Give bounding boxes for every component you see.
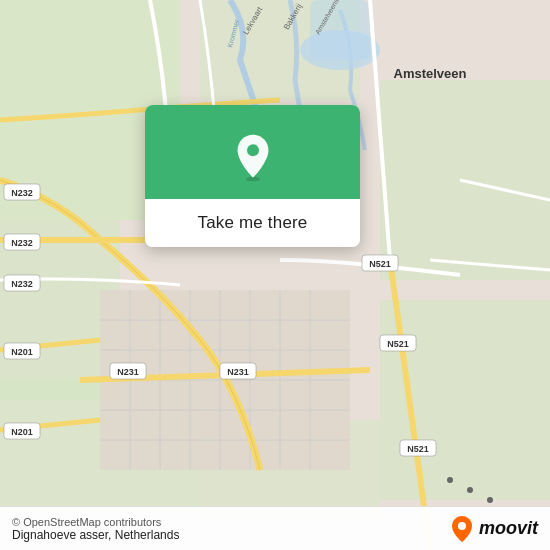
- svg-text:N232: N232: [11, 279, 33, 289]
- svg-point-56: [447, 477, 453, 483]
- svg-text:N521: N521: [407, 444, 429, 454]
- svg-text:N231: N231: [117, 367, 139, 377]
- svg-point-61: [458, 522, 466, 530]
- location-pin-icon: [229, 133, 277, 181]
- map-container: N232 N232 N232 N201 N201 N231 N231 N521 …: [0, 0, 550, 550]
- brand-logo: moovit: [451, 515, 538, 543]
- svg-text:Amstelveen: Amstelveen: [394, 66, 467, 81]
- svg-text:N232: N232: [11, 238, 33, 248]
- svg-point-60: [247, 144, 259, 156]
- moovit-brand-text: moovit: [479, 518, 538, 539]
- svg-rect-7: [380, 300, 550, 500]
- svg-text:N521: N521: [369, 259, 391, 269]
- attribution-text: © OpenStreetMap contributors Dignahoeve …: [12, 516, 179, 542]
- moovit-pin-icon: [451, 515, 473, 543]
- svg-point-57: [467, 487, 473, 493]
- popup-card: Take me there: [145, 105, 360, 247]
- take-me-there-button[interactable]: Take me there: [145, 199, 360, 247]
- svg-text:N201: N201: [11, 427, 33, 437]
- svg-text:N521: N521: [387, 339, 409, 349]
- svg-point-58: [487, 497, 493, 503]
- svg-text:N231: N231: [227, 367, 249, 377]
- popup-green-area: [145, 105, 360, 199]
- svg-text:N232: N232: [11, 188, 33, 198]
- location-name: Dignahoeve asser, Netherlands: [12, 528, 179, 542]
- openstreetmap-attribution: © OpenStreetMap contributors: [12, 516, 161, 528]
- map-svg: N232 N232 N232 N201 N201 N231 N231 N521 …: [0, 0, 550, 550]
- bottom-bar: © OpenStreetMap contributors Dignahoeve …: [0, 506, 550, 550]
- svg-text:N201: N201: [11, 347, 33, 357]
